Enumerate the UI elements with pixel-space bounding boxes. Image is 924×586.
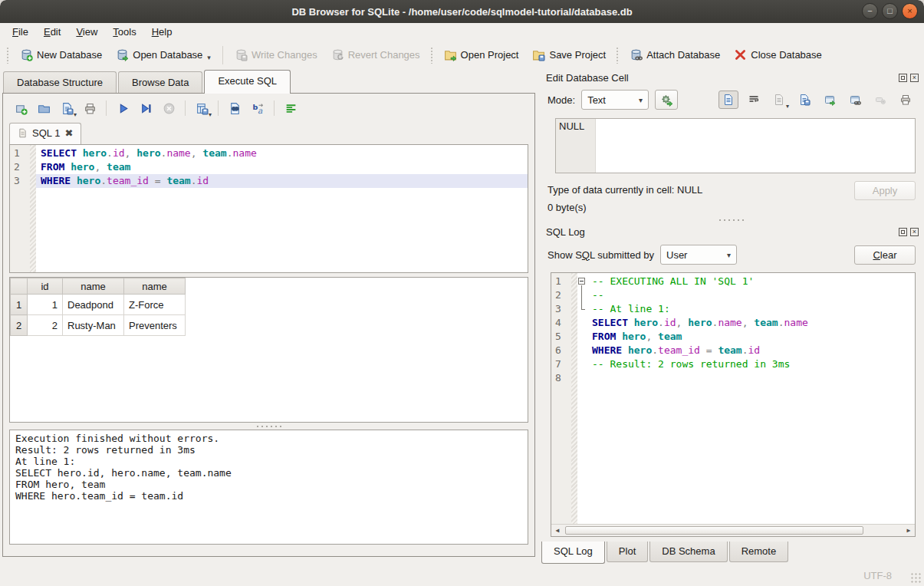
dock-tab-db-schema[interactable]: DB Schema bbox=[649, 542, 727, 562]
copy-link-button[interactable] bbox=[845, 91, 865, 109]
text-mode-button[interactable] bbox=[718, 91, 738, 109]
toolbar-grip[interactable] bbox=[616, 47, 620, 64]
code-text[interactable]: WHERE hero.team_id = team.id bbox=[36, 174, 528, 188]
menu-view[interactable]: View bbox=[68, 25, 105, 39]
execute-current-line-button[interactable] bbox=[136, 99, 156, 117]
scrollbar-thumb[interactable] bbox=[565, 526, 863, 535]
clear-log-button[interactable]: Clear bbox=[854, 245, 916, 265]
float-panel-button[interactable] bbox=[899, 228, 907, 236]
column-header-id[interactable]: id bbox=[28, 278, 63, 295]
code-text[interactable] bbox=[587, 371, 915, 385]
code-text[interactable]: FROM hero, team bbox=[36, 160, 528, 174]
toolbar-grip[interactable] bbox=[430, 47, 434, 64]
word-wrap-button[interactable] bbox=[744, 91, 764, 109]
code-text[interactable]: -- bbox=[587, 288, 915, 302]
dropdown-arrow-icon[interactable]: ▾ bbox=[209, 111, 212, 118]
menu-file[interactable]: File bbox=[5, 25, 36, 39]
results-header[interactable]: idnamename bbox=[11, 278, 186, 295]
dock-tab-sql-log[interactable]: SQL Log bbox=[541, 542, 605, 564]
row-header-cell[interactable]: 1 bbox=[11, 295, 28, 315]
save-project-button[interactable]: Save Project bbox=[525, 44, 613, 65]
tab-browse-data[interactable]: Browse Data bbox=[118, 71, 202, 94]
cell-value-editor[interactable]: NULL bbox=[555, 118, 916, 173]
data-cell[interactable]: Z-Force bbox=[124, 295, 186, 315]
row-header-cell[interactable]: 2 bbox=[11, 315, 28, 336]
apply-mode-button[interactable] bbox=[655, 90, 678, 110]
minimize-button[interactable]: − bbox=[862, 3, 878, 19]
tab-execute-sql[interactable]: Execute SQL bbox=[204, 70, 291, 94]
dropdown-arrow-icon[interactable]: ▾ bbox=[786, 103, 789, 110]
new-database-button[interactable]: New Database bbox=[13, 44, 109, 65]
sql-document-tab[interactable]: SQL 1 ✖ bbox=[9, 123, 81, 144]
results-message-splitter[interactable] bbox=[3, 423, 534, 430]
code-text[interactable]: -- Result: 2 rows returned in 3ms bbox=[587, 357, 915, 371]
dropdown-arrow-icon[interactable]: ▾ bbox=[207, 54, 211, 61]
fold-marker[interactable] bbox=[577, 275, 587, 288]
fold-marker[interactable] bbox=[577, 288, 587, 302]
dropdown-arrow-icon[interactable]: ▾ bbox=[74, 111, 77, 118]
code-text[interactable]: WHERE hero.team_id = team.id bbox=[587, 344, 915, 357]
scroll-left-icon[interactable]: ◀ bbox=[551, 525, 564, 536]
column-header-name[interactable]: name bbox=[124, 278, 186, 295]
results-grid[interactable]: idnamename 11DeadpondZ-Force22Rusty-ManP… bbox=[9, 277, 528, 423]
float-panel-button[interactable] bbox=[899, 74, 907, 82]
scroll-right-icon[interactable]: ▶ bbox=[903, 525, 915, 536]
set-null-button[interactable] bbox=[870, 91, 890, 109]
code-text[interactable]: SELECT hero.id, hero.name, team.name bbox=[587, 316, 915, 330]
print-cell-button[interactable] bbox=[896, 91, 916, 109]
resize-grip[interactable] bbox=[910, 572, 921, 583]
close-sql-tab-icon[interactable]: ✖ bbox=[64, 127, 73, 139]
apply-button[interactable]: Apply bbox=[854, 181, 916, 200]
fold-marker[interactable] bbox=[577, 302, 587, 316]
open-project-button[interactable]: Open Project bbox=[437, 44, 526, 65]
write-changes-button[interactable]: Write Changes bbox=[228, 44, 324, 65]
data-cell[interactable]: Preventers bbox=[124, 315, 186, 336]
open-sql-file-button[interactable] bbox=[34, 99, 54, 117]
close-database-button[interactable]: Close Database bbox=[727, 44, 829, 65]
close-panel-button[interactable]: × bbox=[910, 228, 919, 236]
find-button[interactable] bbox=[225, 99, 245, 117]
auto-format-button[interactable] bbox=[281, 99, 301, 117]
code-text[interactable]: SELECT hero.id, hero.name, team.name bbox=[36, 146, 528, 160]
code-text[interactable]: -- At line 1: bbox=[587, 302, 915, 316]
stop-execution-button[interactable] bbox=[159, 99, 179, 117]
corner-header-cell[interactable] bbox=[11, 278, 28, 295]
print-sql-button[interactable] bbox=[80, 99, 100, 117]
dock-splitter[interactable] bbox=[541, 216, 922, 223]
scrollbar-track[interactable] bbox=[564, 525, 903, 536]
menu-tools[interactable]: Tools bbox=[105, 25, 143, 39]
data-cell[interactable]: 1 bbox=[28, 295, 63, 315]
export-data-button[interactable] bbox=[794, 91, 814, 109]
open-database-button[interactable]: Open Database▾ bbox=[109, 44, 218, 65]
menu-edit[interactable]: Edit bbox=[36, 25, 68, 39]
revert-changes-button[interactable]: Revert Changes bbox=[324, 44, 427, 65]
results-body[interactable]: 11DeadpondZ-Force22Rusty-ManPreventers bbox=[11, 295, 186, 336]
attach-database-button[interactable]: Attach Database bbox=[623, 44, 727, 65]
save-sql-file-button[interactable]: ▾ bbox=[57, 99, 77, 117]
toolbar-grip[interactable] bbox=[6, 47, 10, 64]
log-horizontal-scrollbar[interactable]: ◀ ▶ bbox=[551, 524, 915, 536]
cell-text-area[interactable] bbox=[596, 119, 915, 173]
execution-message-panel[interactable]: Execution finished without errors.Result… bbox=[9, 430, 528, 545]
data-cell[interactable]: 2 bbox=[28, 315, 63, 336]
save-results-button[interactable]: ▾ bbox=[192, 99, 212, 117]
data-cell[interactable]: Deadpond bbox=[63, 295, 124, 315]
close-button[interactable]: × bbox=[902, 3, 918, 19]
menu-help[interactable]: Help bbox=[144, 25, 180, 39]
maximize-button[interactable]: □ bbox=[882, 3, 898, 19]
data-cell[interactable]: Rusty-Man bbox=[63, 315, 124, 336]
collapse-icon[interactable] bbox=[578, 278, 585, 285]
sql-editor[interactable]: 1SELECT hero.id, hero.name, team.name2FR… bbox=[9, 144, 528, 273]
column-header-name[interactable]: name bbox=[63, 278, 124, 295]
dock-tab-plot[interactable]: Plot bbox=[607, 542, 648, 562]
mode-combobox[interactable]: Text ▾ bbox=[581, 90, 649, 110]
code-text[interactable]: FROM hero, team bbox=[587, 330, 915, 344]
log-filter-combobox[interactable]: User ▾ bbox=[660, 245, 737, 265]
execute-all-button[interactable] bbox=[113, 99, 133, 117]
title-bar[interactable]: DB Browser for SQLite - /home/user/code/… bbox=[0, 0, 924, 23]
dock-tab-remote[interactable]: Remote bbox=[729, 542, 789, 562]
open-in-external-button[interactable] bbox=[820, 91, 840, 109]
close-panel-button[interactable]: × bbox=[910, 74, 919, 82]
new-sql-tab-button[interactable] bbox=[11, 99, 31, 117]
find-replace-button[interactable]: ba bbox=[248, 99, 268, 117]
